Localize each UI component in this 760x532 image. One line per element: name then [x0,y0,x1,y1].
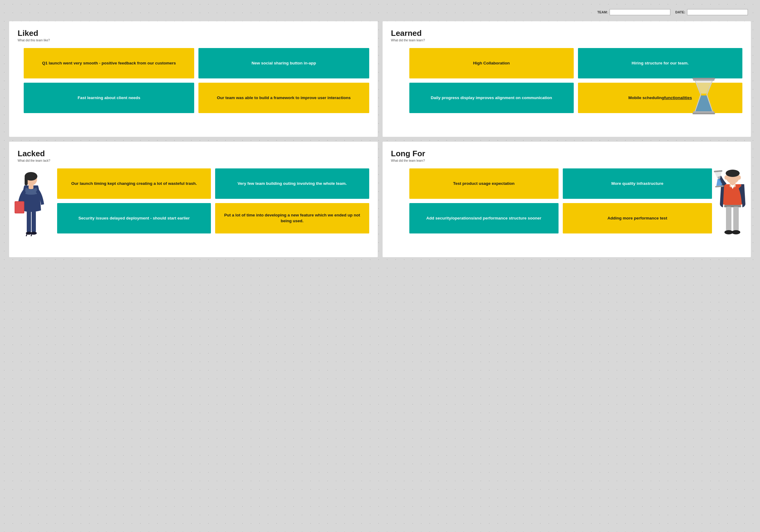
svg-point-20 [726,169,739,177]
long-for-card-1: More quality infrastructure [563,169,712,199]
long-for-card-0: Test product usage expectation [409,169,558,199]
header-row: TEAM: DATE: [9,9,751,15]
learned-title: Learned [391,28,743,38]
quadrant-grid: Liked What did this team like? Q1 launch… [9,21,751,257]
team-field: TEAM: [597,9,670,15]
date-label: DATE: [675,10,685,14]
lacked-card-0: Our launch timing kept changing creating… [57,169,211,199]
long-for-cards-grid: Test product usage expectation More qual… [409,169,712,233]
liked-quadrant: Liked What did this team like? Q1 launch… [9,21,378,137]
hourglass-figure [690,78,717,116]
date-input[interactable] [687,9,748,15]
svg-rect-13 [27,211,31,232]
long-for-subtitle: What did the team learn? [391,159,743,162]
date-field: DATE: [675,9,748,15]
svg-point-22 [738,175,741,180]
svg-point-33 [732,230,740,234]
liked-title: Liked [18,28,369,38]
learned-quadrant: Learned What did the team learn? High Co… [383,21,751,137]
team-input[interactable] [610,9,670,15]
svg-rect-6 [692,113,715,114]
liked-card-1: New social sharing button in-app [198,48,369,78]
lacked-cards-grid: Our launch timing kept changing creating… [57,169,369,233]
svg-point-32 [725,230,733,234]
learned-card-1: Hiring structure for our team. [578,48,742,78]
lacked-card-2: Security issues delayed deployment - sho… [57,203,211,233]
lacked-card-3: Put a lot of time into developing a new … [215,203,369,233]
long-for-title: Long For [391,149,743,158]
svg-rect-31 [733,207,739,231]
liked-card-2: Fast learning about client needs [24,83,194,113]
liked-card-3: Our team was able to build a framework t… [198,83,369,113]
woman-figure [9,171,53,257]
svg-rect-30 [726,207,732,231]
learned-subtitle: What did the team learn? [391,39,743,42]
lacked-subtitle: What did the team lack? [18,159,369,162]
learned-card-2: Daily progress display improves alignmen… [409,83,574,113]
man-figure [708,168,757,263]
svg-rect-5 [692,78,715,79]
learned-card-3: Mobile scheduling functionalities [578,83,742,113]
long-for-card-3: Adding more performance test [563,203,712,233]
svg-rect-12 [15,202,24,213]
learned-card-0: High Collaboration [409,48,574,78]
svg-rect-9 [24,176,28,185]
lacked-quadrant: Lacked What did the team lack? [9,142,378,257]
lacked-card-1: Very few team building outing involving … [215,169,369,199]
svg-point-21 [725,175,728,180]
liked-subtitle: What did this team like? [18,39,369,42]
liked-card-0: Q1 launch went very smooth - positive fe… [24,48,194,78]
functionalities-link[interactable]: functionalities [664,95,692,101]
team-label: TEAM: [597,10,608,14]
liked-cards-grid: Q1 launch went very smooth - positive fe… [24,48,369,113]
svg-rect-10 [28,185,33,189]
long-for-quadrant: Long For What did the team learn? Test p… [383,142,751,257]
long-for-card-2: Add security/operations/and performance … [409,203,558,233]
lacked-title: Lacked [18,149,369,158]
svg-rect-14 [31,211,36,232]
